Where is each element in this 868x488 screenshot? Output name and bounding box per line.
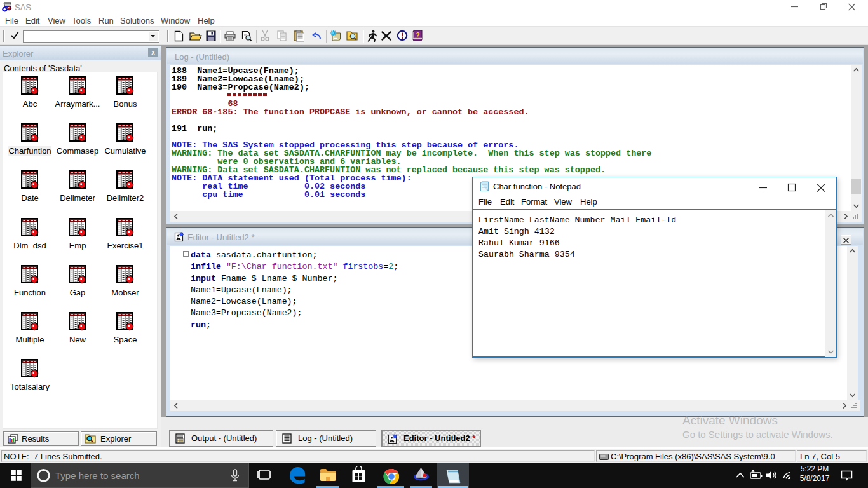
svg-text:?: ?: [416, 32, 420, 39]
